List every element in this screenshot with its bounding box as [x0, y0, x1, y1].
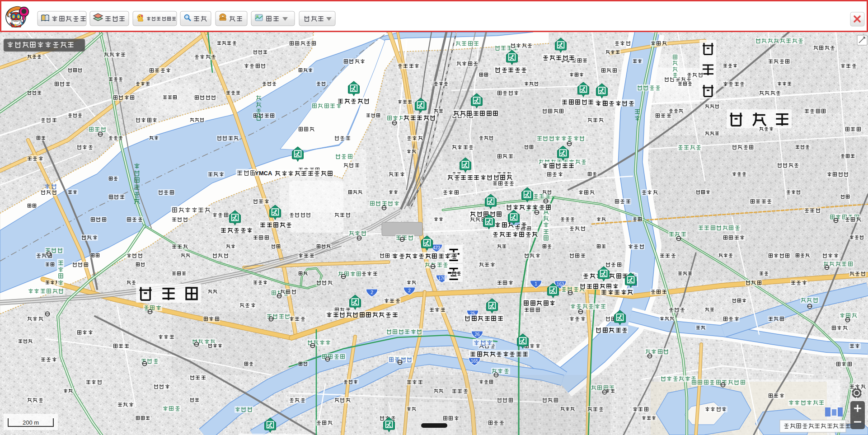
svg-text:423: 423 — [433, 245, 441, 250]
svg-text:200 m: 200 m — [23, 419, 39, 426]
svg-text:2: 2 — [408, 288, 411, 293]
svg-text:26: 26 — [474, 332, 480, 337]
svg-text:1: 1 — [535, 281, 537, 286]
svg-text:YMCA: YMCA — [255, 170, 272, 177]
svg-text:165: 165 — [471, 359, 479, 364]
svg-text:2: 2 — [371, 290, 373, 295]
svg-text:163: 163 — [557, 282, 564, 287]
